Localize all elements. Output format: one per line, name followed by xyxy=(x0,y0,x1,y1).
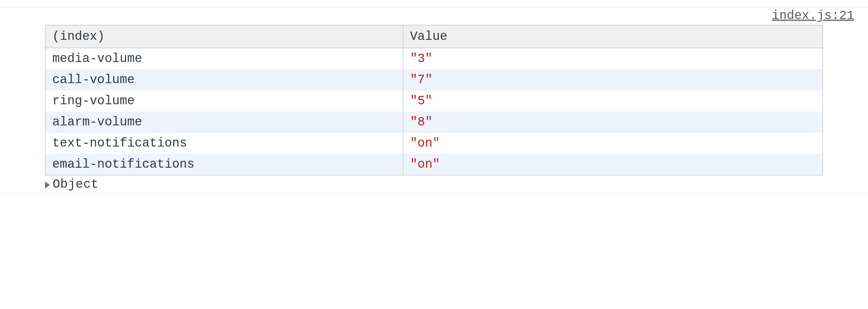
console-table-wrap: (index) Value media-volume "3" call-volu… xyxy=(0,25,868,175)
table-header-index[interactable]: (index) xyxy=(45,25,403,48)
table-cell-index: call-volume xyxy=(45,69,403,90)
table-cell-index: text-notifications xyxy=(45,133,403,154)
table-header-row: (index) Value xyxy=(45,25,823,48)
table-row[interactable]: text-notifications "on" xyxy=(45,133,823,154)
table-cell-index: alarm-volume xyxy=(45,112,403,133)
table-cell-value: "on" xyxy=(410,157,440,171)
table-row[interactable]: ring-volume "5" xyxy=(45,90,823,112)
table-header-value[interactable]: Value xyxy=(403,25,823,48)
table-row[interactable]: media-volume "3" xyxy=(45,48,823,70)
table-row[interactable]: call-volume "7" xyxy=(45,69,823,90)
object-label: Object xyxy=(53,177,99,192)
table-cell-index: media-volume xyxy=(45,48,403,70)
table-cell-index: ring-volume xyxy=(45,90,403,112)
table-cell-value: "on" xyxy=(410,136,440,150)
table-row[interactable]: email-notifications "on" xyxy=(45,154,823,175)
source-link-row: index.js:21 xyxy=(0,7,868,25)
object-expand-row[interactable]: Object xyxy=(0,175,868,194)
disclosure-triangle-icon xyxy=(45,182,50,188)
table-cell-value: "3" xyxy=(410,52,433,66)
source-link[interactable]: index.js:21 xyxy=(772,9,854,23)
table-cell-index: email-notifications xyxy=(45,154,403,175)
table-row[interactable]: alarm-volume "8" xyxy=(45,112,823,133)
console-table: (index) Value media-volume "3" call-volu… xyxy=(45,25,823,175)
table-cell-value: "5" xyxy=(410,94,433,108)
table-cell-value: "8" xyxy=(410,115,433,129)
console-entry: index.js:21 (index) Value media-volume "… xyxy=(0,7,868,194)
table-cell-value: "7" xyxy=(410,73,433,87)
